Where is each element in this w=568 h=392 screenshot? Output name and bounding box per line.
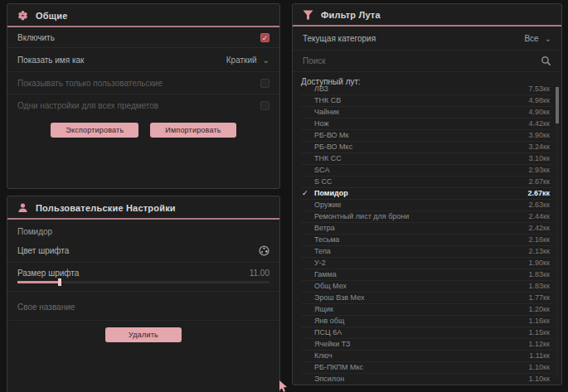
loot-item-name: Чайник [314,108,339,116]
loot-item-row[interactable]: ПСЦ 6А1.15кк [301,327,553,339]
loot-item-row[interactable]: У-21.90кк [301,258,553,269]
loot-item-row[interactable]: ТНК СВ4.98кк [301,95,553,107]
setting-label-name-display: Показать имя как [17,56,84,65]
loot-item-value: 1.83кк [529,282,550,290]
loot-item-name: Ящик [314,305,333,313]
category-label: Текущая категория [303,34,376,43]
loot-item-row[interactable]: Чайник4.90кк [301,107,553,119]
font-size-label: Размер шрифта [17,269,79,278]
loot-item-name: Ремонтный лист для брони [314,212,409,220]
name-display-dropdown[interactable]: Краткий ⌄ [226,56,269,65]
font-size-row: Размер шрифта 11.00 [7,263,279,279]
selected-item-label: Помидор [7,220,279,240]
loot-item-row[interactable]: Общ Мех1.83кк [301,281,553,293]
chevron-down-icon: ⌄ [263,56,269,65]
scrollbar-thumb[interactable] [556,87,559,123]
loot-item-value: 2.63кк [529,201,550,209]
loot-item-row[interactable]: ТНК СС3.10кк [301,153,553,165]
loot-item-row[interactable]: Ветра2.42кк [301,223,553,235]
import-button[interactable]: Импортировать [150,123,235,138]
setting-row-same-for-all: Одни настройки для всех предметов [7,94,279,116]
loot-item-row[interactable]: SCA2.93кк [301,165,553,177]
loot-item-value: 1.10кк [529,363,550,371]
loot-item-row[interactable]: Гамма1.83кк [301,269,553,281]
loot-item-value: 1.10кк [529,375,550,382]
loot-item-value: 2.13кк [529,247,550,255]
loot-item-row[interactable]: Оружие2.63кк [301,200,553,211]
loot-scrollbar[interactable] [556,85,559,378]
loot-item-name: Ячейки ТЗ [314,340,351,348]
loot-item-row[interactable]: S СС2.67кк [301,177,553,188]
category-row: Текущая категория Все ⌄ [293,27,561,51]
loot-item-name: Нож [314,119,328,128]
loot-item-row[interactable]: Тепа2.13кк [301,246,553,258]
search-icon[interactable] [541,56,551,66]
export-button[interactable]: Экспортировать [51,123,138,138]
font-size-slider[interactable] [17,281,269,283]
loot-item-row[interactable]: РБ-ПКПМ Мкс1.10кк [301,362,553,374]
loot-item-value: 1.11кк [529,351,550,360]
setting-label-enable: Включить [17,33,55,42]
general-panel: Общие Включить ✓ Показать имя как Кратки… [7,3,280,189]
loot-item-name: РБ-ВО Мк [314,131,349,139]
loot-item-name: ТНК СВ [314,96,341,104]
loot-item-row[interactable]: ЛВЗ7.53кк [301,84,553,95]
delete-button[interactable]: Удалить [105,327,182,342]
loot-item-row[interactable]: РБ-ВО Мкс3.24кк [301,142,553,153]
loot-item-row[interactable]: ✓Помидор2.67кк [301,188,553,200]
loot-item-value: 2.67кк [529,177,550,186]
loot-item-value: 1.77кк [529,293,550,302]
loot-item-name: Оружие [314,201,342,209]
color-palette-icon[interactable] [259,245,269,256]
check-icon: ✓ [302,189,308,197]
loot-item-name: Тесьма [314,235,339,244]
loot-item-row[interactable]: Эрош Взв Мех1.77кк [301,293,553,304]
loot-item-row[interactable]: Ключ1.11кк [301,351,553,362]
loot-item-row[interactable]: Ремонтный лист для брони2.44кк [301,211,553,223]
loot-item-name: У-2 [314,259,326,267]
loot-item-row[interactable]: Янв общ1.16кк [301,316,553,327]
loot-item-name: Тепа [314,247,331,255]
enable-checkbox[interactable]: ✓ [260,33,269,42]
loot-item-name: Гамма [314,270,337,278]
loot-item-value: 3.90кк [529,131,550,139]
loot-item-row[interactable]: РБ-ВО Мк3.90кк [301,130,553,142]
loot-item-value: 7.53кк [529,85,550,93]
mouse-cursor-icon [279,380,288,392]
loot-item-name: РБ-ПКПМ Мкс [314,363,363,371]
loot-item-value: 1.83кк [529,270,550,278]
only-custom-checkbox[interactable] [260,79,269,88]
loot-item-row[interactable]: Ящик1.20кк [301,304,553,316]
loot-item-row[interactable]: Эпсилон1.10кк [301,374,553,382]
loot-item-row[interactable]: Нож4.42кк [301,119,553,130]
loot-item-value: 1.16кк [529,317,550,325]
category-dropdown[interactable]: Все ⌄ [524,34,551,43]
slider-fill [17,281,58,283]
chevron-down-icon: ⌄ [545,34,551,43]
dropdown-value: Все [524,34,538,43]
loot-filter-header: Фильтр Лута [293,4,561,27]
loot-item-value: 3.24кк [529,143,550,151]
loot-item-name: Ключ [314,351,333,360]
user-settings-header: Пользовательские Настройки [7,196,279,220]
loot-item-value: 1.12кк [529,340,550,348]
loot-item-row[interactable]: Тесьма2.16кк [301,235,553,246]
loot-item-value: 1.15кк [529,328,550,336]
same-for-all-checkbox[interactable] [260,101,269,110]
font-color-row: Цвет шрифта [7,240,279,263]
loot-item-name: Ветра [314,224,335,232]
loot-item-value: 4.90кк [529,108,550,116]
dropdown-value: Краткий [226,56,257,65]
panel-title: Пользовательские Настройки [36,203,176,213]
general-buttons-row: Экспортировать Импортировать [7,116,279,143]
loot-item-row[interactable]: Ячейки ТЗ1.12кк [301,339,553,351]
loot-item-name: Янв общ [314,317,344,325]
search-row [293,51,561,72]
slider-knob[interactable] [58,278,61,286]
loot-item-value: 3.10кк [529,154,550,162]
search-input[interactable] [303,56,534,65]
custom-name-input[interactable] [17,302,269,312]
general-panel-header: Общие [7,4,279,27]
loot-item-name: SCA [314,166,330,174]
setting-row-name-display: Показать имя как Краткий ⌄ [7,48,279,72]
